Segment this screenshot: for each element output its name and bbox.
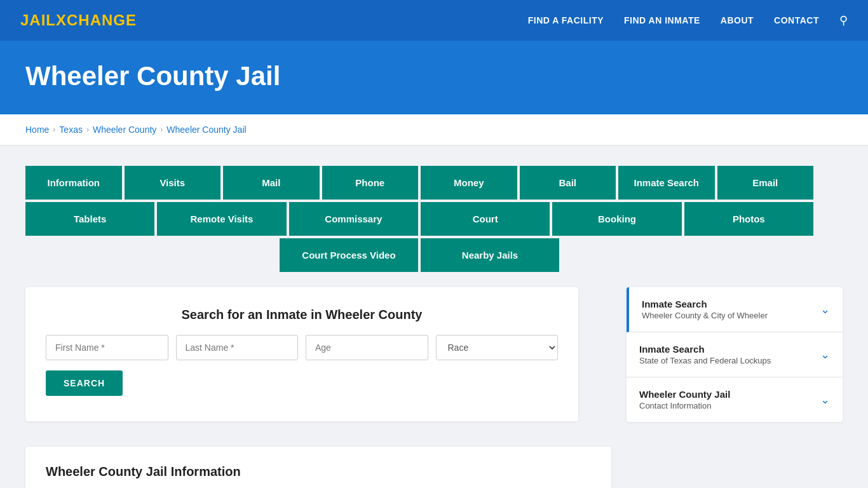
breadcrumb-bar: Home › Texas › Wheeler County › Wheeler … bbox=[0, 114, 868, 146]
info-section: Wheeler County Jail Information bbox=[25, 447, 611, 488]
content-area: Search for an Inmate in Wheeler County R… bbox=[25, 287, 843, 488]
nav-contact[interactable]: CONTACT bbox=[774, 15, 819, 25]
main-content: Information Visits Mail Phone Money Bail… bbox=[0, 146, 868, 488]
breadcrumb-sep-1: › bbox=[53, 125, 55, 134]
hero-section: Wheeler County Jail bbox=[0, 41, 868, 114]
tab-visits[interactable]: Visits bbox=[125, 166, 221, 200]
search-fields: Race White Black Hispanic Asian Other bbox=[46, 335, 558, 360]
tab-court-process-video[interactable]: Court Process Video bbox=[280, 238, 418, 272]
tab-inmate-search[interactable]: Inmate Search bbox=[618, 166, 715, 200]
sidebar-item-contact-info[interactable]: Wheeler County Jail Contact Information … bbox=[627, 377, 843, 422]
header: JAILXCHANGE FIND A FACILITY FIND AN INMA… bbox=[0, 0, 868, 41]
logo-exchange: CHANGE bbox=[67, 11, 137, 29]
breadcrumb-sep-2: › bbox=[86, 125, 89, 134]
tab-information[interactable]: Information bbox=[25, 166, 122, 200]
tab-email[interactable]: Email bbox=[717, 166, 814, 200]
breadcrumb-home[interactable]: Home bbox=[25, 125, 49, 135]
sidebar: Inmate Search Wheeler County & City of W… bbox=[627, 287, 843, 422]
breadcrumb: Home › Texas › Wheeler County › Wheeler … bbox=[25, 125, 843, 135]
sidebar-item-title-2: Inmate Search bbox=[639, 344, 771, 355]
tab-remote-visits[interactable]: Remote Visits bbox=[157, 202, 286, 236]
sidebar-item-inmate-search-state[interactable]: Inmate Search State of Texas and Federal… bbox=[627, 332, 843, 377]
tab-bail[interactable]: Bail bbox=[520, 166, 616, 200]
chevron-down-icon-1: ⌄ bbox=[820, 302, 830, 316]
info-title: Wheeler County Jail Information bbox=[46, 464, 591, 479]
tab-mail[interactable]: Mail bbox=[223, 166, 320, 200]
sidebar-item-sub-1: Wheeler County & City of Wheeler bbox=[642, 311, 768, 320]
nav-find-inmate[interactable]: FIND AN INMATE bbox=[624, 15, 700, 25]
tab-booking[interactable]: Booking bbox=[552, 202, 681, 236]
last-name-input[interactable] bbox=[176, 335, 299, 360]
age-input[interactable] bbox=[306, 335, 428, 360]
search-icon[interactable]: ⚲ bbox=[839, 13, 848, 27]
breadcrumb-jail[interactable]: Wheeler County Jail bbox=[166, 125, 246, 135]
tab-phone[interactable]: Phone bbox=[322, 166, 419, 200]
breadcrumb-texas[interactable]: Texas bbox=[59, 125, 83, 135]
nav-find-facility[interactable]: FIND A FACILITY bbox=[528, 15, 604, 25]
logo-jail: JAIL bbox=[20, 11, 56, 29]
tab-photos[interactable]: Photos bbox=[684, 202, 813, 236]
breadcrumb-sep-3: › bbox=[160, 125, 163, 134]
chevron-down-icon-2: ⌄ bbox=[820, 348, 830, 362]
logo[interactable]: JAILXCHANGE bbox=[20, 11, 137, 29]
chevron-down-icon-3: ⌄ bbox=[820, 393, 830, 407]
sidebar-item-title-3: Wheeler County Jail bbox=[639, 389, 730, 400]
race-select[interactable]: Race White Black Hispanic Asian Other bbox=[436, 335, 559, 360]
tab-court[interactable]: Court bbox=[421, 202, 550, 236]
sidebar-item-title-1: Inmate Search bbox=[642, 299, 768, 309]
main-nav: FIND A FACILITY FIND AN INMATE ABOUT CON… bbox=[528, 13, 848, 27]
tabs-grid: Information Visits Mail Phone Money Bail… bbox=[25, 166, 813, 272]
search-title: Search for an Inmate in Wheeler County bbox=[46, 308, 558, 322]
page-title: Wheeler County Jail bbox=[25, 61, 843, 92]
search-button[interactable]: SEARCH bbox=[46, 370, 123, 396]
nav-about[interactable]: ABOUT bbox=[721, 15, 754, 25]
sidebar-item-inmate-search-county[interactable]: Inmate Search Wheeler County & City of W… bbox=[627, 287, 843, 332]
sidebar-item-sub-2: State of Texas and Federal Lockups bbox=[639, 356, 771, 365]
tab-tablets[interactable]: Tablets bbox=[25, 202, 154, 236]
tab-nearby-jails[interactable]: Nearby Jails bbox=[421, 238, 559, 272]
first-name-input[interactable] bbox=[46, 335, 168, 360]
search-panel: Search for an Inmate in Wheeler County R… bbox=[25, 287, 578, 421]
tab-money[interactable]: Money bbox=[421, 166, 517, 200]
sidebar-item-sub-3: Contact Information bbox=[639, 401, 730, 410]
tab-commissary[interactable]: Commissary bbox=[289, 202, 418, 236]
logo-x: X bbox=[56, 11, 67, 29]
breadcrumb-county[interactable]: Wheeler County bbox=[93, 125, 156, 135]
